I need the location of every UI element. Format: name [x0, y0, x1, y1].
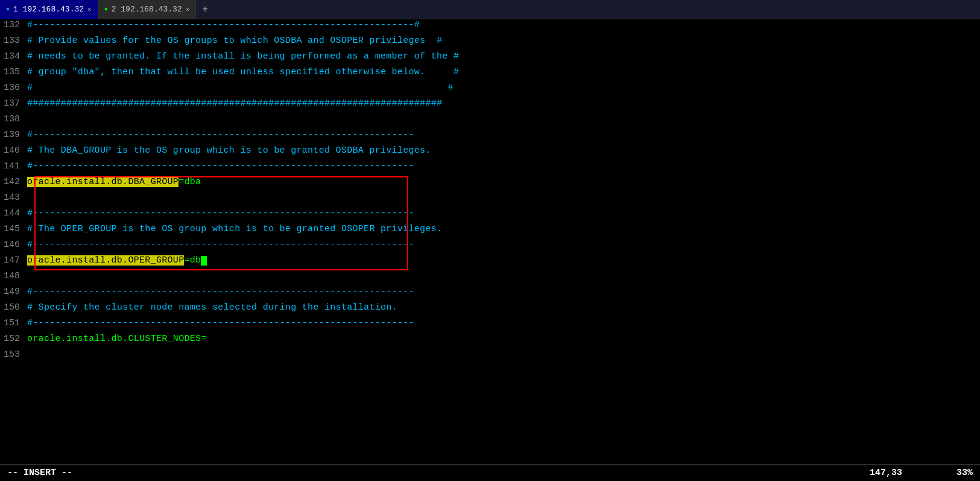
line-number-147: 147 [0, 255, 27, 266]
line-number-140: 140 [0, 145, 27, 156]
line-151: 151#------------------------------------… [0, 317, 980, 333]
position-value: 147,33 [870, 468, 902, 478]
line-number-148: 148 [0, 271, 27, 281]
line-146: 146#------------------------------------… [0, 239, 980, 255]
line-153: 153 [0, 349, 980, 365]
line-150: 150# Specify the cluster node names sele… [0, 302, 980, 317]
line-number-135: 135 [0, 67, 27, 77]
line-149: 149#------------------------------------… [0, 286, 980, 302]
line-147: 147oracle.install.db.OPER_GROUP=db [0, 255, 980, 270]
line-144: 144#------------------------------------… [0, 208, 980, 223]
line-132: 132#------------------------------------… [0, 19, 980, 35]
line-number-142: 142 [0, 177, 27, 187]
line-content-136: # # [27, 83, 980, 93]
line-number-149: 149 [0, 287, 27, 297]
line-number-150: 150 [0, 302, 27, 313]
editor-area[interactable]: 132#------------------------------------… [0, 19, 980, 464]
tab-add-button[interactable]: + [196, 4, 214, 15]
cursor-position: 147,33 33% [870, 468, 973, 478]
line-134: 134# needs to be granted. If the install… [0, 51, 980, 66]
line-139: 139#------------------------------------… [0, 129, 980, 145]
tab-bar: ● 1 192.168.43.32 ✕ ● 2 192.168.43.32 ✕ … [0, 0, 980, 19]
line-number-132: 132 [0, 20, 27, 30]
line-number-139: 139 [0, 130, 27, 140]
line-number-137: 137 [0, 98, 27, 109]
line-content-137: ########################################… [27, 98, 980, 109]
line-137: 137#####################################… [0, 98, 980, 113]
line-152: 152oracle.install.db.CLUSTER_NODES= [0, 333, 980, 349]
line-content-143 [27, 193, 980, 203]
line-content-145: # The OPER_GROUP is the OS group which i… [27, 224, 980, 234]
vim-mode: -- INSERT -- [7, 468, 72, 478]
line-content-150: # Specify the cluster node names selecte… [27, 302, 980, 313]
line-content-146: #---------------------------------------… [27, 240, 980, 250]
line-number-152: 152 [0, 334, 27, 344]
tab-1[interactable]: ● 1 192.168.43.32 ✕ [0, 0, 98, 19]
line-143: 143 [0, 192, 980, 208]
line-content-149: #---------------------------------------… [27, 287, 980, 297]
tab-2-dot: ● [104, 6, 108, 13]
tab-2-label: 2 192.168.43.32 [112, 5, 182, 14]
tab-1-dot: ● [6, 6, 10, 13]
status-bar: -- INSERT -- 147,33 33% [0, 464, 980, 481]
line-content-142: oracle.install.db.DBA_GROUP=dba [27, 177, 980, 187]
line-number-138: 138 [0, 114, 27, 124]
line-number-134: 134 [0, 51, 27, 62]
line-140: 140# The DBA_GROUP is the OS group which… [0, 145, 980, 161]
line-content-140: # The DBA_GROUP is the OS group which is… [27, 145, 980, 156]
tab-1-label: 1 192.168.43.32 [13, 5, 84, 14]
line-number-141: 141 [0, 161, 27, 171]
line-content-132: #---------------------------------------… [27, 20, 980, 30]
line-content-148 [27, 271, 980, 281]
line-number-143: 143 [0, 193, 27, 203]
line-content-147: oracle.install.db.OPER_GROUP=db [27, 255, 980, 266]
line-content-152: oracle.install.db.CLUSTER_NODES= [27, 334, 980, 344]
line-148: 148 [0, 270, 980, 286]
tab-2-close[interactable]: ✕ [186, 5, 190, 13]
line-content-135: # group "dba", then that will be used un… [27, 67, 980, 77]
line-133: 133# Provide values for the OS groups to… [0, 35, 980, 51]
line-content-153 [27, 349, 980, 360]
line-number-151: 151 [0, 318, 27, 328]
line-number-146: 146 [0, 240, 27, 250]
line-number-153: 153 [0, 349, 27, 360]
line-content-139: #---------------------------------------… [27, 130, 980, 140]
percent-value: 33% [956, 468, 973, 478]
line-content-133: # Provide values for the OS groups to wh… [27, 36, 980, 46]
line-content-144: #---------------------------------------… [27, 208, 980, 218]
tab-1-close[interactable]: ✕ [87, 5, 92, 13]
tab-2[interactable]: ● 2 192.168.43.32 ✕ [98, 0, 197, 19]
line-135: 135# group "dba", then that will be used… [0, 66, 980, 82]
line-content-138 [27, 114, 980, 124]
line-number-144: 144 [0, 208, 27, 218]
cursor-block [201, 256, 207, 266]
line-number-136: 136 [0, 83, 27, 93]
lines-container: 132#------------------------------------… [0, 19, 980, 365]
line-number-133: 133 [0, 36, 27, 46]
line-136: 136# # [0, 82, 980, 98]
line-141: 141#------------------------------------… [0, 161, 980, 176]
line-145: 145# The OPER_GROUP is the OS group whic… [0, 223, 980, 239]
line-142: 142oracle.install.db.DBA_GROUP=dba [0, 176, 980, 192]
line-number-145: 145 [0, 224, 27, 234]
line-138: 138 [0, 113, 980, 129]
line-content-141: #---------------------------------------… [27, 161, 980, 171]
line-content-151: #---------------------------------------… [27, 318, 980, 328]
line-content-134: # needs to be granted. If the install is… [27, 51, 980, 62]
